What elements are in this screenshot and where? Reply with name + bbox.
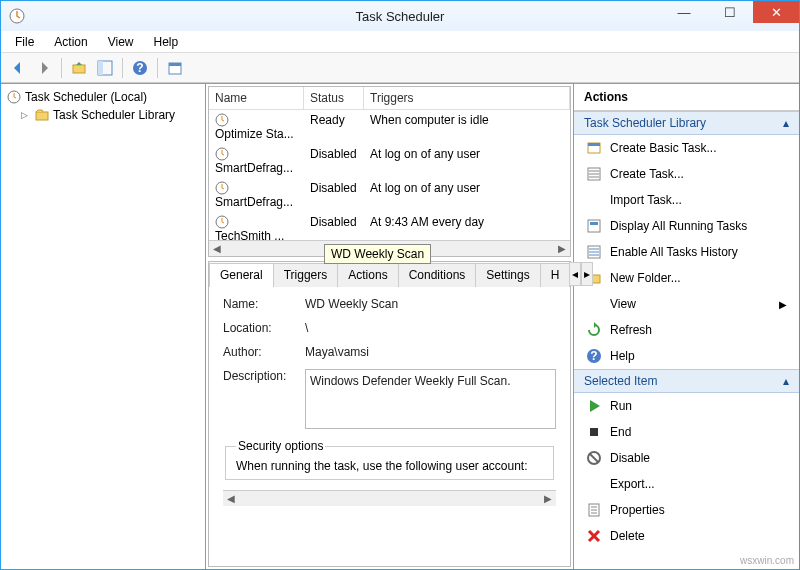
scroll-right-icon[interactable]: ▶: [554, 243, 570, 254]
tree-root[interactable]: Task Scheduler (Local): [5, 88, 201, 106]
action-label: Help: [610, 349, 635, 363]
svg-rect-19: [588, 220, 600, 232]
col-status[interactable]: Status: [304, 87, 364, 109]
scroll-left-icon[interactable]: ◀: [209, 243, 225, 254]
layout-button[interactable]: [94, 57, 116, 79]
expander-icon[interactable]: ▷: [21, 110, 31, 120]
col-name[interactable]: Name: [209, 87, 304, 109]
tab-triggers[interactable]: Triggers: [273, 263, 339, 287]
action-label: Import Task...: [610, 193, 682, 207]
action-icon: [586, 528, 602, 544]
action-enable-all-tasks-history[interactable]: Enable All Tasks History: [574, 239, 799, 265]
action-import-task[interactable]: Import Task...: [574, 187, 799, 213]
task-row[interactable]: Optimize Sta...ReadyWhen computer is idl…: [209, 110, 570, 144]
action-label: Run: [610, 399, 632, 413]
watermark: wsxwin.com: [740, 555, 794, 566]
task-name: TechSmith ...: [215, 229, 284, 240]
task-row[interactable]: TechSmith ...DisabledAt 9:43 AM every da…: [209, 212, 570, 240]
action-create-basic-task[interactable]: Create Basic Task...: [574, 135, 799, 161]
action-icon: ?: [586, 348, 602, 364]
actions-pane: Actions Task Scheduler Library ▴ Create …: [574, 84, 799, 569]
action-label: Display All Running Tasks: [610, 219, 747, 233]
menu-action[interactable]: Action: [46, 33, 95, 51]
tab-next-button[interactable]: ▸: [581, 262, 593, 286]
help-button[interactable]: ?: [129, 57, 151, 79]
calendar-button[interactable]: [164, 57, 186, 79]
tab-history[interactable]: H: [540, 263, 571, 287]
task-list: Name Status Triggers Optimize Sta...Read…: [208, 86, 571, 257]
action-help[interactable]: ?Help: [574, 343, 799, 369]
description-value[interactable]: Windows Defender Weekly Full Scan.: [305, 369, 556, 429]
titlebar: Task Scheduler — ☐ ✕: [1, 1, 799, 31]
forward-button[interactable]: [33, 57, 55, 79]
scroll-right-icon[interactable]: ▶: [540, 493, 556, 504]
collapse-icon[interactable]: ▴: [783, 374, 789, 388]
menu-view[interactable]: View: [100, 33, 142, 51]
task-trigger: At log on of any user: [364, 146, 570, 176]
action-run[interactable]: Run: [574, 393, 799, 419]
action-label: New Folder...: [610, 271, 681, 285]
close-button[interactable]: ✕: [753, 1, 799, 23]
svg-rect-9: [36, 112, 48, 120]
toolbar-separator: [61, 58, 62, 78]
actions-section-library-label: Task Scheduler Library: [584, 116, 706, 130]
tab-prev-button[interactable]: ◂: [569, 262, 581, 286]
author-label: Author:: [223, 345, 293, 359]
tab-general[interactable]: General: [209, 263, 274, 287]
action-delete[interactable]: Delete: [574, 523, 799, 549]
action-label: Create Basic Task...: [610, 141, 717, 155]
task-row[interactable]: SmartDefrag...DisabledAt log on of any u…: [209, 178, 570, 212]
detail-pane: General Triggers Actions Conditions Sett…: [208, 261, 571, 567]
scroll-left-icon[interactable]: ◀: [223, 493, 239, 504]
collapse-icon[interactable]: ▴: [783, 116, 789, 130]
action-properties[interactable]: Properties: [574, 497, 799, 523]
tree-library-label: Task Scheduler Library: [53, 108, 175, 122]
action-export[interactable]: Export...: [574, 471, 799, 497]
tab-conditions[interactable]: Conditions: [398, 263, 477, 287]
security-legend: Security options: [236, 439, 325, 453]
detail-hscroll[interactable]: ◀ ▶: [223, 490, 556, 506]
action-display-all-running-tasks[interactable]: Display All Running Tasks: [574, 213, 799, 239]
action-icon: [586, 450, 602, 466]
action-label: Enable All Tasks History: [610, 245, 738, 259]
action-view[interactable]: View▶: [574, 291, 799, 317]
action-new-folder[interactable]: New Folder...: [574, 265, 799, 291]
tree-pane: Task Scheduler (Local) ▷ Task Scheduler …: [1, 84, 206, 569]
up-button[interactable]: [68, 57, 90, 79]
security-options: Security options When running the task, …: [225, 439, 554, 480]
actions-section-library[interactable]: Task Scheduler Library ▴: [574, 111, 799, 135]
task-status: Disabled: [304, 180, 364, 210]
back-button[interactable]: [7, 57, 29, 79]
col-triggers[interactable]: Triggers: [364, 87, 570, 109]
folder-up-icon: [71, 60, 87, 76]
task-trigger: At 9:43 AM every day: [364, 214, 570, 240]
action-disable[interactable]: Disable: [574, 445, 799, 471]
action-label: Delete: [610, 529, 645, 543]
menu-file[interactable]: File: [7, 33, 42, 51]
calendar-icon: [167, 60, 183, 76]
description-label: Description:: [223, 369, 293, 383]
action-label: Export...: [610, 477, 655, 491]
task-row[interactable]: SmartDefrag...DisabledAt log on of any u…: [209, 144, 570, 178]
action-create-task[interactable]: Create Task...: [574, 161, 799, 187]
tab-actions[interactable]: Actions: [337, 263, 398, 287]
tab-settings[interactable]: Settings: [475, 263, 540, 287]
svg-rect-7: [169, 63, 181, 66]
folder-icon: [35, 108, 49, 122]
action-end[interactable]: End: [574, 419, 799, 445]
actions-section-selected[interactable]: Selected Item ▴: [574, 369, 799, 393]
minimize-button[interactable]: —: [661, 1, 707, 23]
action-icon: [586, 502, 602, 518]
action-refresh[interactable]: Refresh: [574, 317, 799, 343]
task-name: SmartDefrag...: [215, 195, 293, 209]
menu-help[interactable]: Help: [146, 33, 187, 51]
action-label: Refresh: [610, 323, 652, 337]
action-label: End: [610, 425, 631, 439]
tree-library[interactable]: ▷ Task Scheduler Library: [5, 106, 201, 124]
action-icon: [586, 424, 602, 440]
name-value: WD Weekly Scan: [305, 297, 556, 311]
maximize-button[interactable]: ☐: [707, 1, 753, 23]
action-icon: [586, 166, 602, 182]
location-label: Location:: [223, 321, 293, 335]
action-icon: [586, 244, 602, 260]
